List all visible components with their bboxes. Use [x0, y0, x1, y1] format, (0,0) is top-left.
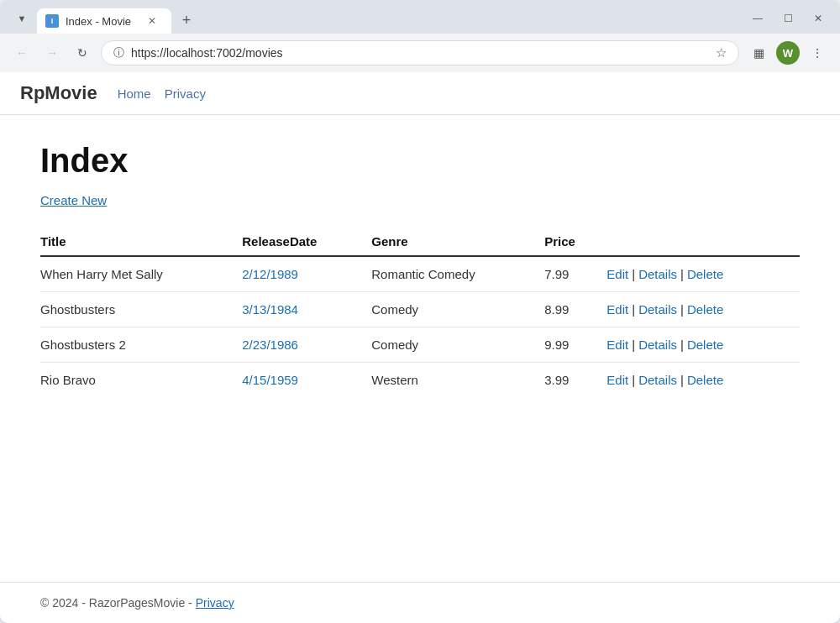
cell-title: Ghostbusters 2	[40, 327, 242, 363]
cell-release-date: 2/12/1989	[242, 256, 371, 292]
browser-action-buttons: ▦ W ⋮	[746, 40, 830, 65]
address-bar[interactable]: ⓘ https://localhost:7002/movies ☆	[101, 40, 739, 65]
browser-controls: ← → ↻ ⓘ https://localhost:7002/movies ☆ …	[0, 34, 840, 72]
table-header: Title ReleaseDate Genre Price	[40, 228, 800, 256]
back-button[interactable]: ←	[10, 41, 34, 65]
action-edit-link[interactable]: Edit	[606, 267, 628, 281]
col-genre: Genre	[371, 228, 544, 256]
col-price: Price	[544, 228, 606, 256]
footer-privacy-link[interactable]: Privacy	[196, 596, 234, 610]
minimize-button[interactable]: —	[746, 7, 769, 30]
action-details-link[interactable]: Details	[638, 267, 677, 281]
tab-title: Index - Movie	[66, 15, 131, 28]
action-separator: |	[680, 373, 684, 387]
action-details-link[interactable]: Details	[638, 302, 677, 317]
site-nav: RpMovie Home Privacy	[0, 72, 840, 115]
cell-price: 3.99	[544, 363, 606, 398]
cell-price: 8.99	[544, 292, 606, 327]
new-tab-button[interactable]: +	[175, 8, 198, 32]
cell-title: Ghostbusters	[40, 292, 242, 327]
table-row: When Harry Met Sally2/12/1989Romantic Co…	[40, 256, 800, 292]
nav-link-privacy[interactable]: Privacy	[165, 86, 206, 101]
cell-genre: Western	[371, 363, 544, 398]
nav-link-home[interactable]: Home	[118, 86, 151, 101]
table-row: Rio Bravo4/15/1959Western3.99Edit | Deta…	[40, 363, 800, 398]
create-new-link[interactable]: Create New	[40, 193, 107, 207]
cell-actions: Edit | Details | Delete	[606, 363, 800, 398]
action-edit-link[interactable]: Edit	[606, 302, 628, 317]
site-footer: © 2024 - RazorPagesMovie - Privacy	[0, 582, 840, 623]
movies-tbody: When Harry Met Sally2/12/1989Romantic Co…	[40, 256, 800, 397]
action-separator: |	[632, 267, 635, 281]
cell-genre: Comedy	[371, 292, 544, 327]
cell-actions: Edit | Details | Delete	[606, 256, 800, 292]
movies-table: Title ReleaseDate Genre Price When Harry…	[40, 228, 800, 397]
profile-button[interactable]: W	[776, 41, 800, 65]
address-url: https://localhost:7002/movies	[131, 46, 706, 60]
table-row: Ghostbusters 22/23/1986Comedy9.99Edit | …	[40, 327, 800, 363]
menu-button[interactable]: ⋮	[805, 40, 830, 65]
action-delete-link[interactable]: Delete	[687, 267, 723, 281]
cell-title: When Harry Met Sally	[40, 256, 242, 292]
cell-genre: Romantic Comedy	[371, 256, 544, 292]
action-delete-link[interactable]: Delete	[687, 373, 723, 387]
action-separator: |	[680, 267, 684, 281]
cell-actions: Edit | Details | Delete	[606, 327, 800, 363]
tab-favicon: I	[45, 14, 59, 28]
extensions-button[interactable]: ▦	[746, 40, 771, 65]
cell-price: 9.99	[544, 327, 606, 363]
action-separator: |	[632, 373, 635, 387]
action-separator: |	[632, 338, 635, 352]
action-separator: |	[680, 338, 684, 352]
browser-tab-active[interactable]: I Index - Movie ✕	[37, 8, 171, 34]
close-window-button[interactable]: ✕	[806, 7, 830, 30]
tab-close-button[interactable]: ✕	[144, 13, 160, 29]
footer-copyright: © 2024 - RazorPagesMovie -	[40, 596, 192, 610]
col-release-date: ReleaseDate	[242, 228, 371, 256]
site-brand[interactable]: RpMovie	[20, 82, 97, 104]
action-details-link[interactable]: Details	[638, 338, 677, 352]
browser-window: ▼ I Index - Movie ✕ + — ☐ ✕ ← → ↻ ⓘ http…	[0, 0, 840, 623]
action-edit-link[interactable]: Edit	[606, 373, 628, 387]
action-delete-link[interactable]: Delete	[687, 338, 723, 352]
tab-switcher-button[interactable]: ▼	[10, 7, 34, 30]
action-delete-link[interactable]: Delete	[687, 302, 723, 317]
col-actions	[606, 228, 800, 256]
cell-release-date: 2/23/1986	[242, 327, 371, 363]
maximize-button[interactable]: ☐	[776, 7, 800, 30]
cell-release-date: 4/15/1959	[242, 363, 371, 398]
action-links: Edit | Details | Delete	[606, 373, 790, 387]
page-content: RpMovie Home Privacy Index Create New Ti…	[0, 72, 840, 623]
action-separator: |	[680, 302, 684, 317]
action-links: Edit | Details | Delete	[606, 267, 790, 281]
bookmark-icon[interactable]: ☆	[716, 45, 727, 60]
site-nav-links: Home Privacy	[118, 86, 206, 101]
security-icon: ⓘ	[113, 45, 124, 60]
reload-button[interactable]: ↻	[71, 41, 94, 65]
action-links: Edit | Details | Delete	[606, 302, 790, 317]
col-title: Title	[40, 228, 242, 256]
cell-release-date: 3/13/1984	[242, 292, 371, 327]
page-title: Index	[40, 142, 800, 180]
action-links: Edit | Details | Delete	[606, 338, 790, 352]
cell-price: 7.99	[544, 256, 606, 292]
action-separator: |	[632, 302, 635, 317]
action-edit-link[interactable]: Edit	[606, 338, 628, 352]
action-details-link[interactable]: Details	[638, 373, 677, 387]
cell-title: Rio Bravo	[40, 363, 242, 398]
browser-title-bar: ▼ I Index - Movie ✕ + — ☐ ✕	[0, 0, 840, 34]
cell-actions: Edit | Details | Delete	[606, 292, 800, 327]
cell-genre: Comedy	[371, 327, 544, 363]
forward-button[interactable]: →	[40, 41, 64, 65]
main-content: Index Create New Title ReleaseDate Genre…	[0, 115, 840, 582]
table-row: Ghostbusters3/13/1984Comedy8.99Edit | De…	[40, 292, 800, 327]
